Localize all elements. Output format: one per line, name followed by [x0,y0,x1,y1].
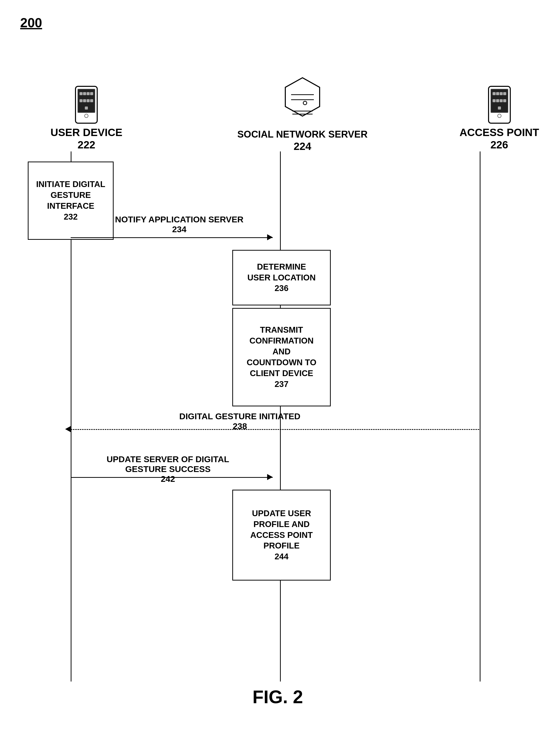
arrow-234-line [71,237,273,238]
app-dot [87,92,90,95]
actor-user-device: USER DEVICE 222 [50,86,122,151]
app-dot [503,99,506,102]
arrow-234-label: NOTIFY APPLICATION SERVER234 [91,215,268,234]
user-device-icon [75,86,98,124]
app-dot [80,92,83,95]
app-dot [80,99,83,102]
box-237: TRANSMITCONFIRMATIONANDCOUNTDOWN TOCLIEN… [232,308,331,406]
arrow-238-head [65,426,71,432]
diagram-container: 200 USER DEVICE 222 [0,0,560,733]
app-dot [83,99,86,102]
lifeline-access-point [480,152,480,681]
app-dot [493,99,496,102]
user-device-label: USER DEVICE [50,126,122,139]
arrow-238-label: DIGITAL GESTURE INITIATED238 [151,411,328,431]
diagram-label: 200 [20,15,42,30]
actor-access-point: ACCESS POINT 226 [460,86,539,151]
app-dot [83,92,86,95]
arrow-242-head [267,474,273,480]
svg-marker-0 [285,78,320,116]
app-dot [498,107,501,110]
access-point-number: 226 [490,139,508,151]
arrow-242-label: UPDATE SERVER OF DIGITALGESTURE SUCCESS2… [73,454,263,484]
app-dot [85,107,88,110]
app-dot [493,92,496,95]
app-dot [90,92,93,95]
app-dot [500,99,503,102]
social-network-server-label: SOCIAL NETWORK SERVER [237,129,368,140]
app-dot [503,92,506,95]
phone-button-2 [497,114,501,118]
arrow-234-head [267,234,273,240]
phone-screen [78,89,95,113]
box-244: UPDATE USERPROFILE ANDACCESS POINTPROFIL… [232,490,331,580]
app-dot [500,92,503,95]
user-device-number: 222 [78,139,95,151]
phone-button [84,114,88,118]
access-point-icon [488,86,511,124]
app-dot [90,99,93,102]
box-236: DETERMINEUSER LOCATION236 [232,250,331,306]
app-dot [496,92,499,95]
server-icon [282,76,323,126]
access-point-label: ACCESS POINT [460,126,539,139]
app-dot [87,99,90,102]
figure-label: FIG. 2 [227,687,328,707]
actor-social-network-server: SOCIAL NETWORK SERVER 224 [237,76,368,153]
social-network-server-number: 224 [294,140,311,153]
phone-screen-2 [491,89,508,113]
app-dot [496,99,499,102]
